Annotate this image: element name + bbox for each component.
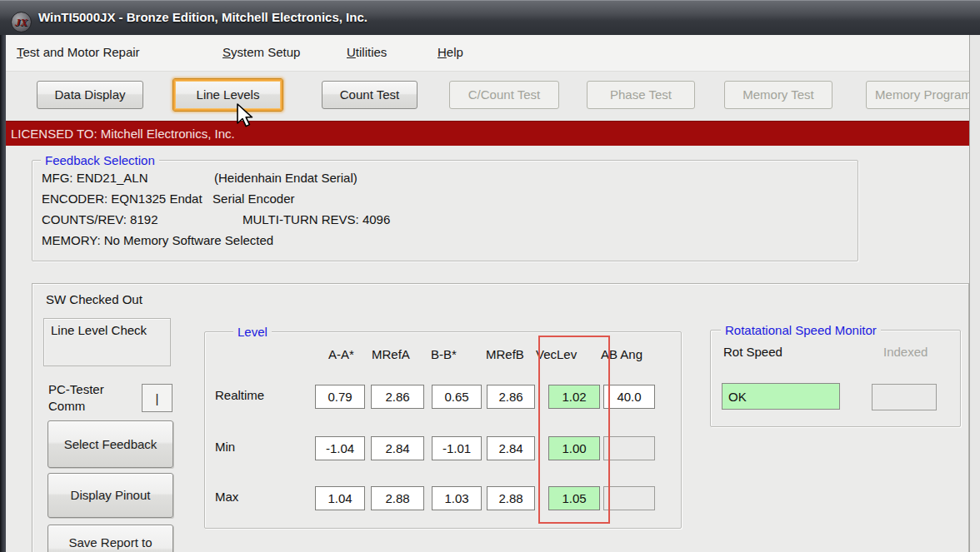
sw-status-label: SW Checked Out (46, 292, 142, 306)
save-report-button[interactable]: Save Report to File... (48, 525, 173, 552)
realtime-veclev-field: 1.02 (548, 385, 600, 409)
realtime-mrefa-field: 2.86 (371, 385, 424, 409)
memory-test-button: Memory Test (724, 81, 832, 109)
menu-utilities[interactable]: Utilities (347, 45, 387, 59)
indexed-status-field (872, 384, 937, 410)
realtime-bb-field: 0.65 (432, 385, 482, 409)
col-header-abang: AB Ang (601, 347, 642, 361)
feedback-counts: COUNTS/REV: 8192 (42, 212, 158, 226)
max-bb-field: 1.03 (432, 486, 482, 510)
title-bar[interactable]: JX WinTI5000JX - Bronze Edition, Mitchel… (0, 0, 980, 36)
toolbar: Data Display Line Levels Count Test C/Co… (6, 72, 969, 121)
menu-help[interactable]: Help (438, 45, 463, 59)
window-left-border (0, 35, 6, 552)
col-header-mrefa: MRefA (372, 347, 410, 361)
rot-speed-label: Rot Speed (723, 345, 782, 359)
feedback-mfg: MFG: END21_ALN (42, 171, 148, 185)
row-label-realtime: Realtime (215, 388, 264, 402)
feedback-multiturn: MULTI-TURN REVS: 4096 (242, 212, 390, 226)
license-text: LICENSED TO: Mitchell Electronics, Inc. (11, 127, 235, 141)
memory-program-button: Memory Program (866, 81, 980, 109)
app-icon: JX (11, 12, 32, 32)
license-banner: LICENSED TO: Mitchell Electronics, Inc. (6, 121, 969, 146)
min-abang-field (603, 436, 655, 460)
c-count-test-button: C/Count Test (449, 81, 559, 109)
feedback-encoder: ENCODER: EQN1325 Endat Serial Encoder (42, 191, 294, 206)
menu-system-setup[interactable]: System Setup (222, 45, 300, 59)
level-group-title: Level (233, 325, 272, 339)
rot-speed-status-field: OK (722, 383, 840, 410)
realtime-mrefb-field: 2.86 (487, 385, 535, 409)
feedback-mfg-detail: (Heidenhain Endat Serial) (214, 171, 358, 185)
max-veclev-field: 1.05 (548, 486, 600, 510)
realtime-abang-field: 40.0 (603, 385, 655, 409)
line-level-check-box: Line Level Check (43, 318, 171, 366)
app-window: JX WinTI5000JX - Bronze Edition, Mitchel… (0, 0, 980, 552)
window-title: WinTI5000JX - Bronze Edition, Mitchell E… (38, 10, 368, 24)
max-mrefa-field: 2.88 (371, 486, 424, 510)
window-right-edge (969, 35, 980, 552)
min-bb-field: -1.01 (432, 436, 482, 460)
count-test-button[interactable]: Count Test (322, 81, 418, 109)
max-aa-field: 1.04 (315, 486, 365, 510)
col-header-mrefb: MRefB (486, 347, 524, 361)
rot-speed-group-title: Rotatational Speed Monitor (721, 323, 881, 337)
col-header-bb: B-B* (431, 347, 457, 361)
menu-bar: Test and Motor Repair System Setup Utili… (6, 35, 969, 72)
row-label-max: Max (215, 490, 238, 504)
select-feedback-button[interactable]: Select Feedback (48, 420, 173, 468)
col-header-aa: A-A* (328, 347, 354, 361)
min-mrefb-field: 2.84 (487, 436, 535, 460)
min-mrefa-field: 2.84 (371, 436, 424, 460)
max-mrefb-field: 2.88 (487, 486, 535, 510)
data-display-button[interactable]: Data Display (37, 81, 143, 109)
indexed-label: Indexed (883, 345, 928, 359)
line-levels-button[interactable]: Line Levels (172, 78, 283, 112)
menu-test-and-motor-repair[interactable]: Test and Motor Repair (17, 45, 140, 59)
row-label-min: Min (215, 440, 235, 454)
col-header-veclev: VecLev (536, 347, 577, 361)
pc-tester-comm-indicator: | (142, 384, 172, 412)
min-veclev-field: 1.00 (548, 436, 600, 460)
feedback-selection-title: Feedback Selection (41, 153, 159, 167)
min-aa-field: -1.04 (315, 436, 365, 460)
realtime-aa-field: 0.79 (315, 385, 365, 409)
display-pinout-button[interactable]: Display Pinout (48, 473, 173, 518)
feedback-selection-group: Feedback Selection MFG: END21_ALN (Heide… (32, 160, 858, 261)
feedback-memory: MEMORY: No Memory Software Selected (42, 233, 273, 247)
pc-tester-comm-label: PC-Tester Comm (48, 381, 130, 414)
max-abang-field (603, 486, 655, 510)
phase-test-button: Phase Test (587, 81, 695, 109)
